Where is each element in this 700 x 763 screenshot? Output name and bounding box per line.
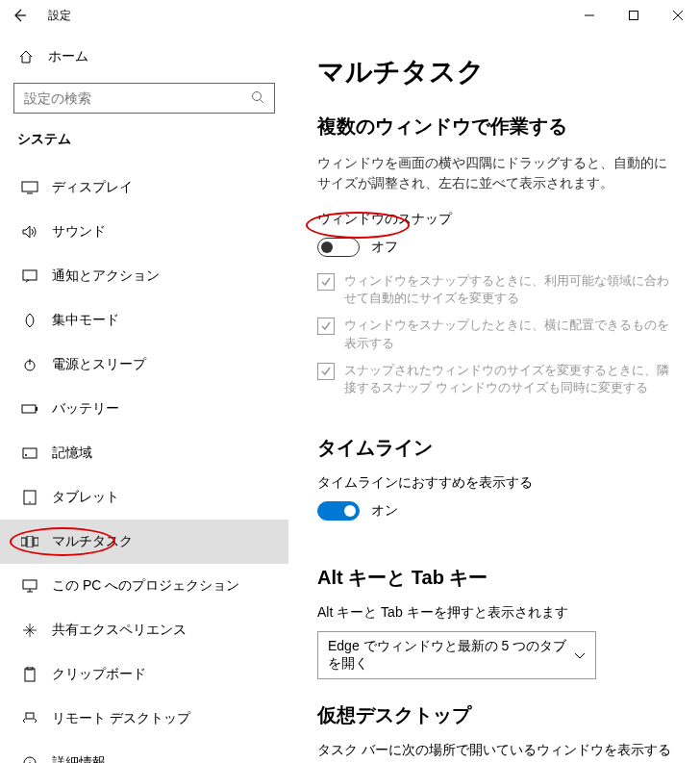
sidebar-item-tablet[interactable]: タブレット	[0, 475, 288, 520]
sidebar-item-focus[interactable]: 集中モード	[0, 298, 288, 343]
alttab-heading: Alt キーと Tab キー	[317, 565, 671, 591]
snap-cb2	[317, 318, 335, 335]
home-label: ホーム	[48, 48, 88, 65]
sidebar-item-label: この PC へのプロジェクション	[52, 577, 239, 595]
search-field[interactable]	[24, 90, 251, 106]
remote-icon	[21, 710, 38, 727]
battery-icon	[21, 400, 38, 418]
vdesktop-label: タスク バーに次の場所で開いているウィンドウを表示する	[317, 742, 671, 759]
sound-icon	[21, 223, 38, 241]
notification-icon	[21, 267, 38, 285]
sidebar-item-notifications[interactable]: 通知とアクション	[0, 254, 288, 298]
sidebar-item-label: 記憶域	[52, 445, 92, 462]
info-icon	[21, 754, 38, 763]
maximize-button[interactable]	[612, 0, 656, 31]
sidebar-item-label: マルチタスク	[52, 533, 133, 550]
svg-rect-2	[22, 182, 38, 191]
svg-point-10	[29, 501, 31, 503]
svg-point-1	[253, 91, 262, 100]
snap-heading: 複数のウィンドウで作業する	[317, 114, 671, 140]
timeline-toggle-state: オン	[371, 502, 398, 520]
display-icon	[21, 179, 38, 196]
snap-cb2-label: ウィンドウをスナップしたときに、横に配置できるものを表示する	[344, 317, 671, 351]
tablet-icon	[21, 489, 38, 506]
sidebar-item-label: 通知とアクション	[52, 267, 160, 285]
snap-cb3	[317, 363, 335, 380]
svg-rect-15	[25, 669, 35, 681]
svg-rect-13	[34, 538, 38, 546]
minimize-button[interactable]	[567, 0, 612, 31]
sidebar-item-battery[interactable]: バッテリー	[0, 387, 288, 431]
sidebar-item-label: 共有エクスペリエンス	[52, 622, 187, 639]
svg-rect-7	[23, 448, 37, 458]
snap-toggle[interactable]	[317, 238, 360, 257]
sidebar-item-label: ディスプレイ	[52, 179, 133, 196]
alttab-select[interactable]: Edge でウィンドウと最新の 5 つのタブを開く	[317, 631, 596, 679]
sidebar-item-storage[interactable]: 記憶域	[0, 431, 288, 475]
sidebar-item-multitasking[interactable]: マルチタスク	[0, 520, 288, 564]
snap-description: ウィンドウを画面の横や四隅にドラッグすると、自動的にサイズが調整され、左右に並べ…	[317, 153, 671, 193]
projection-icon	[21, 577, 38, 595]
vdesktop-heading: 仮想デスクトップ	[317, 702, 671, 728]
search-input[interactable]	[13, 83, 275, 114]
sidebar-item-power[interactable]: 電源とスリープ	[0, 343, 288, 387]
sidebar-item-label: バッテリー	[52, 400, 119, 418]
sidebar-item-label: リモート デスクトップ	[52, 710, 190, 727]
sidebar-item-sound[interactable]: サウンド	[0, 210, 288, 254]
search-icon	[251, 90, 264, 107]
sidebar-item-shared[interactable]: 共有エクスペリエンス	[0, 608, 288, 652]
storage-icon	[21, 445, 38, 462]
snap-toggle-label: ウィンドウのスナップ	[317, 211, 671, 228]
sidebar-item-remote[interactable]: リモート デスクトップ	[0, 697, 288, 741]
svg-point-8	[25, 454, 27, 456]
sidebar-item-about[interactable]: 詳細情報	[0, 741, 288, 763]
sidebar-item-label: クリップボード	[52, 666, 146, 683]
svg-rect-12	[27, 536, 33, 547]
power-icon	[21, 356, 38, 373]
svg-rect-17	[26, 713, 34, 719]
snap-cb1-label: ウィンドウをスナップするときに、利用可能な領域に合わせて自動的にサイズを変更する	[344, 272, 671, 307]
sidebar: ホーム システム ディスプレイ サウンド 通知とアクション 集中モード 電源とス…	[0, 31, 288, 763]
sidebar-item-label: タブレット	[52, 489, 119, 506]
sidebar-item-label: サウンド	[52, 223, 106, 241]
sidebar-item-clipboard[interactable]: クリップボード	[0, 652, 288, 697]
svg-rect-5	[22, 405, 36, 413]
shared-icon	[21, 622, 38, 639]
content-pane: マルチタスク 複数のウィンドウで作業する ウィンドウを画面の横や四隅にドラッグす…	[288, 31, 700, 763]
alttab-label: Alt キーと Tab キーを押すと表示されます	[317, 604, 671, 622]
focus-icon	[21, 312, 38, 329]
close-button[interactable]	[656, 0, 700, 31]
titlebar: 設定	[0, 0, 700, 31]
sidebar-item-label: 電源とスリープ	[52, 356, 146, 373]
timeline-heading: タイムライン	[317, 435, 671, 461]
page-title: マルチタスク	[317, 54, 671, 90]
svg-rect-14	[23, 580, 37, 589]
snap-cb1	[317, 273, 335, 291]
sidebar-item-display[interactable]: ディスプレイ	[0, 165, 288, 210]
svg-rect-6	[36, 407, 38, 411]
clipboard-icon	[21, 666, 38, 683]
chevron-down-icon	[574, 648, 586, 663]
multitasking-icon	[21, 533, 38, 550]
svg-rect-3	[23, 270, 37, 280]
back-button[interactable]	[10, 6, 29, 25]
svg-rect-0	[630, 12, 638, 20]
category-label: システム	[0, 131, 288, 165]
timeline-toggle[interactable]	[317, 501, 360, 521]
sidebar-item-label: 詳細情報	[52, 754, 106, 763]
sidebar-item-label: 集中モード	[52, 312, 119, 329]
timeline-label: タイムラインにおすすめを表示する	[317, 474, 671, 492]
window-title: 設定	[48, 8, 71, 24]
sidebar-item-projection[interactable]: この PC へのプロジェクション	[0, 564, 288, 608]
home-link[interactable]: ホーム	[0, 38, 288, 75]
snap-cb3-label: スナップされたウィンドウのサイズを変更するときに、隣接するスナップ ウィンドウの…	[344, 362, 671, 396]
svg-rect-11	[21, 538, 26, 546]
snap-toggle-state: オフ	[371, 239, 398, 256]
home-icon	[17, 48, 35, 65]
alttab-select-value: Edge でウィンドウと最新の 5 つのタブを開く	[328, 638, 574, 673]
